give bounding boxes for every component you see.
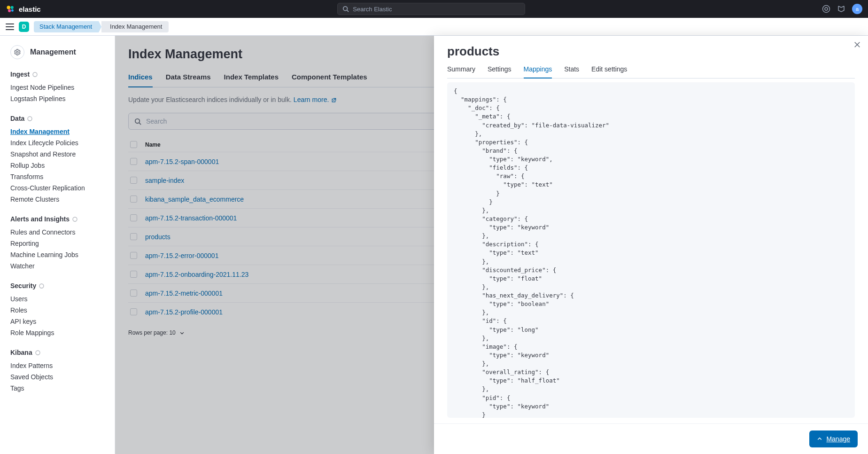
svg-point-14	[135, 118, 140, 123]
sidebar-item[interactable]: Roles	[10, 305, 115, 316]
svg-point-13	[36, 351, 40, 355]
logo[interactable]: elastic	[6, 4, 41, 14]
sidebar-item[interactable]: Logstash Pipelines	[10, 93, 115, 104]
row-checkbox[interactable]	[130, 252, 137, 259]
sidebar-item[interactable]: Machine Learning Jobs	[10, 249, 115, 260]
info-icon	[39, 283, 44, 289]
sidebar-section-title: Data	[10, 115, 115, 122]
sidebar-item[interactable]: Transforms	[10, 171, 115, 182]
row-checkbox[interactable]	[130, 177, 137, 184]
flyout-tab[interactable]: Edit settings	[591, 65, 627, 78]
row-checkbox[interactable]	[130, 308, 137, 315]
svg-point-0	[7, 6, 11, 9]
search-icon	[134, 118, 141, 125]
svg-point-2	[8, 9, 11, 12]
svg-point-12	[39, 284, 44, 288]
svg-point-3	[11, 9, 14, 12]
row-checkbox[interactable]	[130, 233, 137, 240]
help-icon[interactable]	[822, 5, 830, 13]
sidebar-item[interactable]: Index Patterns	[10, 360, 115, 371]
svg-point-11	[73, 217, 77, 221]
sidebar-item[interactable]: Rollup Jobs	[10, 160, 115, 171]
brand-text: elastic	[19, 5, 41, 13]
main-tab[interactable]: Component Templates	[292, 73, 367, 87]
info-icon	[35, 350, 40, 355]
sidebar-item[interactable]: Index Lifecycle Policies	[10, 137, 115, 149]
sidebar: Management IngestIngest Node PipelinesLo…	[0, 36, 115, 454]
row-checkbox[interactable]	[130, 158, 137, 165]
management-icon	[10, 45, 24, 59]
sidebar-item[interactable]: Role Mappings	[10, 327, 115, 338]
global-search[interactable]: Search Elastic	[337, 3, 525, 15]
info-icon	[32, 72, 38, 77]
collapse-nav-icon[interactable]	[6, 23, 14, 30]
svg-point-7	[825, 8, 828, 10]
svg-point-6	[823, 6, 830, 13]
svg-point-1	[11, 6, 14, 9]
sidebar-item[interactable]: Watcher	[10, 260, 115, 272]
learn-more-link[interactable]: Learn more.	[294, 96, 336, 103]
info-icon	[72, 217, 78, 222]
flyout-title: products	[447, 44, 855, 59]
index-detail-flyout: products SummarySettingsMappingsStatsEdi…	[434, 36, 868, 454]
row-checkbox[interactable]	[130, 196, 137, 203]
space-selector[interactable]: D	[19, 22, 29, 32]
sidebar-section-title: Kibana	[10, 349, 115, 356]
breadcrumb-stack-management[interactable]: Stack Management	[34, 21, 99, 32]
mappings-code[interactable]: { "mappings": { "_doc": { "_meta": { "cr…	[447, 82, 855, 418]
flyout-tab[interactable]: Settings	[488, 65, 512, 78]
select-all-checkbox[interactable]	[130, 141, 137, 148]
sidebar-item[interactable]: Ingest Node Pipelines	[10, 82, 115, 93]
search-icon	[342, 6, 349, 12]
sidebar-item[interactable]: Cross-Cluster Replication	[10, 182, 115, 194]
row-checkbox[interactable]	[130, 290, 137, 297]
row-checkbox[interactable]	[130, 214, 137, 221]
svg-point-10	[28, 117, 32, 121]
flyout-tab[interactable]: Summary	[447, 65, 475, 78]
main-tab[interactable]: Data Streams	[166, 73, 211, 87]
sidebar-section-title: Ingest	[10, 70, 115, 78]
svg-line-5	[347, 10, 349, 12]
chevron-up-icon	[817, 436, 822, 442]
row-checkbox[interactable]	[130, 271, 137, 278]
chevron-down-icon	[179, 330, 185, 336]
sidebar-item[interactable]: Tags	[10, 383, 115, 394]
flyout-tabs: SummarySettingsMappingsStatsEdit setting…	[447, 65, 855, 78]
svg-point-9	[33, 72, 37, 77]
sidebar-title: Management	[30, 48, 76, 56]
sidebar-section-title: Security	[10, 282, 115, 290]
sidebar-item[interactable]: Rules and Connectors	[10, 227, 115, 238]
svg-point-8	[16, 51, 18, 53]
close-flyout-button[interactable]	[854, 41, 860, 49]
flyout-tab[interactable]: Mappings	[524, 65, 552, 78]
sidebar-item[interactable]: API keys	[10, 316, 115, 327]
sidebar-item[interactable]: Reporting	[10, 238, 115, 249]
sidebar-item[interactable]: Snapshot and Restore	[10, 149, 115, 160]
sidebar-item[interactable]: Users	[10, 293, 115, 305]
user-avatar[interactable]: a	[852, 4, 862, 14]
breadcrumbs: Stack Management Index Management	[34, 21, 169, 32]
svg-line-15	[139, 123, 141, 125]
top-header: elastic Search Elastic a	[0, 0, 868, 18]
sidebar-section-title: Alerts and Insights	[10, 215, 115, 223]
main-tab[interactable]: Index Templates	[224, 73, 279, 87]
sidebar-item[interactable]: Remote Clusters	[10, 194, 115, 205]
newsfeed-icon[interactable]	[837, 5, 845, 13]
info-icon	[27, 116, 32, 121]
main-tab[interactable]: Indices	[128, 73, 153, 87]
sidebar-item[interactable]: Index Management	[10, 126, 115, 137]
sidebar-item[interactable]: Saved Objects	[10, 371, 115, 383]
manage-button[interactable]: Manage	[809, 431, 858, 447]
elastic-logo-icon	[6, 4, 15, 14]
search-placeholder: Search Elastic	[353, 6, 392, 13]
svg-point-4	[343, 7, 348, 11]
close-icon	[854, 41, 860, 48]
breadcrumb-index-management: Index Management	[101, 21, 169, 32]
breadcrumb-bar: D Stack Management Index Management	[0, 18, 868, 36]
flyout-tab[interactable]: Stats	[564, 65, 579, 78]
